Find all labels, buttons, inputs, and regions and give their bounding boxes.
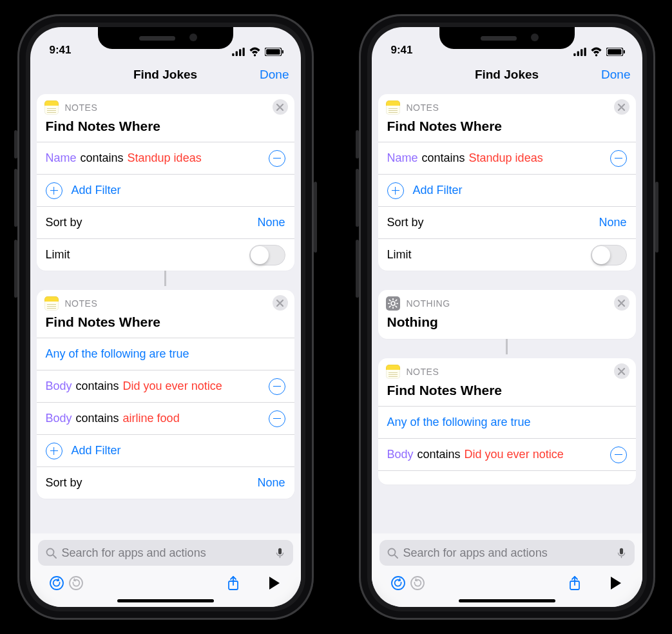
add-filter-label: Add Filter bbox=[72, 184, 121, 197]
battery-icon bbox=[265, 48, 284, 56]
action-card-nothing: NOTHING Nothing bbox=[378, 290, 636, 339]
bottom-toolbar: Search for apps and actions bbox=[372, 533, 642, 607]
action-app-label: NOTES bbox=[65, 102, 98, 113]
sort-value: None bbox=[257, 216, 285, 229]
nav-bar: Find Jokes Done bbox=[372, 59, 642, 90]
filter-value: Standup ideas bbox=[469, 151, 543, 165]
remove-filter-button[interactable] bbox=[610, 150, 627, 167]
nothing-app-icon bbox=[386, 296, 400, 311]
dictation-icon[interactable] bbox=[274, 548, 285, 559]
add-filter-row[interactable]: Add Filter bbox=[37, 174, 294, 206]
filter-field: Name bbox=[387, 151, 418, 165]
share-button[interactable] bbox=[565, 573, 584, 593]
nav-bar: Find Jokes Done bbox=[30, 59, 301, 90]
search-placeholder: Search for apps and actions bbox=[62, 546, 269, 560]
redo-button[interactable] bbox=[66, 573, 86, 593]
filter-row[interactable]: Body contains airline food bbox=[37, 402, 294, 434]
run-button[interactable] bbox=[265, 573, 284, 593]
filter-row-partial[interactable] bbox=[378, 470, 636, 485]
filter-row[interactable]: Name contains Standup ideas bbox=[378, 142, 636, 174]
action-card-find-notes-2: NOTES Find Notes Where Any of the follow… bbox=[37, 290, 294, 499]
wifi-icon bbox=[249, 47, 261, 57]
done-button[interactable]: Done bbox=[601, 68, 630, 82]
undo-button[interactable] bbox=[389, 573, 408, 593]
plus-icon bbox=[46, 443, 62, 459]
notes-app-icon bbox=[44, 101, 59, 115]
remove-action-button[interactable] bbox=[273, 99, 288, 115]
done-button[interactable]: Done bbox=[260, 68, 289, 82]
share-button[interactable] bbox=[224, 573, 243, 593]
device-left: 9:41 Find Jokes Done NOTES bbox=[17, 14, 314, 620]
filter-operator: contains bbox=[76, 412, 119, 425]
action-app-label: NOTES bbox=[407, 102, 439, 113]
filter-value: Did you ever notice bbox=[123, 379, 222, 393]
device-right: 9:41 Find Jokes Done NOTES bbox=[359, 14, 655, 620]
sort-value: None bbox=[257, 476, 285, 490]
home-indicator[interactable] bbox=[117, 599, 214, 602]
filter-field bbox=[387, 471, 390, 485]
filter-value: Did you ever notice bbox=[465, 448, 564, 461]
remove-action-button[interactable] bbox=[273, 295, 288, 311]
action-title: Nothing bbox=[378, 312, 636, 339]
remove-action-button[interactable] bbox=[614, 363, 629, 379]
action-connector bbox=[378, 339, 636, 354]
action-card-find-notes-2: NOTES Find Notes Where Any of the follow… bbox=[378, 358, 636, 485]
page-title: Find Jokes bbox=[475, 68, 539, 82]
notes-app-icon bbox=[386, 101, 400, 115]
match-mode-label: Any of the following are true bbox=[46, 347, 189, 361]
limit-toggle[interactable] bbox=[591, 245, 627, 265]
action-card-find-notes-1: NOTES Find Notes Where Name contains Sta… bbox=[378, 94, 636, 271]
run-button[interactable] bbox=[606, 573, 626, 593]
sort-by-row[interactable]: Sort by None bbox=[37, 466, 294, 499]
remove-filter-button[interactable] bbox=[269, 378, 285, 395]
home-indicator[interactable] bbox=[459, 599, 555, 602]
filter-operator: contains bbox=[76, 379, 119, 393]
match-mode-row[interactable]: Any of the following are true bbox=[378, 406, 636, 438]
bottom-toolbar: Search for apps and actions bbox=[30, 533, 301, 607]
search-placeholder: Search for apps and actions bbox=[403, 546, 611, 560]
sort-label: Sort by bbox=[46, 216, 82, 229]
action-card-find-notes-1: NOTES Find Notes Where Name contains Sta… bbox=[37, 94, 294, 271]
sort-by-row[interactable]: Sort by None bbox=[37, 206, 294, 238]
signal-icon bbox=[232, 48, 245, 56]
remove-action-button[interactable] bbox=[614, 295, 629, 311]
plus-icon bbox=[46, 182, 62, 199]
add-filter-row[interactable]: Add Filter bbox=[37, 434, 294, 466]
match-mode-row[interactable]: Any of the following are true bbox=[37, 338, 294, 370]
action-app-label: NOTES bbox=[65, 298, 98, 309]
limit-label: Limit bbox=[387, 248, 412, 262]
match-mode-label: Any of the following are true bbox=[387, 416, 531, 429]
limit-row: Limit bbox=[37, 238, 294, 271]
filter-operator: contains bbox=[81, 151, 124, 165]
filter-field: Body bbox=[46, 379, 72, 393]
limit-label: Limit bbox=[46, 248, 70, 262]
filter-row[interactable]: Body contains Did you ever notice bbox=[378, 438, 636, 470]
remove-filter-button[interactable] bbox=[269, 410, 285, 427]
add-filter-label: Add Filter bbox=[413, 184, 463, 197]
dictation-icon[interactable] bbox=[616, 548, 627, 559]
add-filter-row[interactable]: Add Filter bbox=[378, 174, 636, 206]
action-connector bbox=[37, 271, 294, 286]
filter-operator: contains bbox=[418, 448, 461, 461]
limit-toggle[interactable] bbox=[249, 245, 285, 265]
page-title: Find Jokes bbox=[133, 68, 197, 82]
search-field[interactable]: Search for apps and actions bbox=[379, 540, 635, 566]
sort-by-row[interactable]: Sort by None bbox=[378, 206, 636, 238]
search-icon bbox=[46, 548, 57, 559]
filter-field: Name bbox=[46, 151, 77, 165]
filter-value: airline food bbox=[123, 412, 180, 425]
remove-filter-button[interactable] bbox=[610, 447, 627, 463]
redo-button[interactable] bbox=[408, 573, 427, 593]
filter-row[interactable]: Name contains Standup ideas bbox=[37, 142, 294, 174]
remove-filter-button[interactable] bbox=[269, 150, 285, 167]
status-time: 9:41 bbox=[391, 44, 413, 57]
sort-value: None bbox=[599, 216, 626, 229]
sort-label: Sort by bbox=[387, 216, 424, 229]
filter-field: Body bbox=[46, 412, 72, 425]
search-field[interactable]: Search for apps and actions bbox=[38, 540, 293, 566]
action-title: Find Notes Where bbox=[378, 116, 636, 142]
notch bbox=[439, 27, 575, 49]
remove-action-button[interactable] bbox=[614, 99, 629, 115]
undo-button[interactable] bbox=[47, 573, 66, 593]
filter-row[interactable]: Body contains Did you ever notice bbox=[37, 370, 294, 402]
